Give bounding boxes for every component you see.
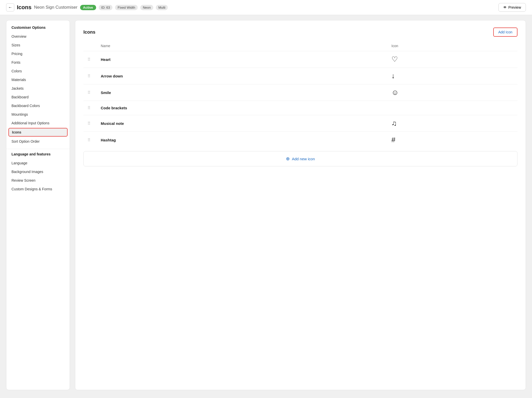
badge-id: ID: 63 [99,5,113,10]
header: ← Icons Neon Sign Customiser Active ID: … [0,0,532,15]
table-row: ⠿ Musical note ♫ [83,115,517,132]
sidebar-item-icons[interactable]: Icons [8,128,68,137]
sidebar-item-mountings[interactable]: Mountings [6,110,70,119]
sidebar-item-backboard[interactable]: Backboard [6,93,70,101]
sidebar-item-sort-option-order[interactable]: Sort Option Order [6,137,70,146]
preview-label: Preview [508,5,521,9]
sidebar: Customiser Options Overview Sizes Pricin… [6,20,70,390]
badge-fixed-width: Fixed Width [115,5,138,10]
icon-symbol-cell: ☺ [391,88,399,96]
sidebar-item-custom-designs[interactable]: Custom Designs & Forms [6,185,70,193]
back-icon: ← [8,5,12,10]
plus-circle-icon: ⊕ [286,156,290,162]
icon-symbol-cell: ↓ [391,72,395,80]
table-row: ⠿ Smile ☺ [83,84,517,101]
icons-table: Name Icon ⠿ Heart ♡ ⠿ Arrow down [83,42,517,148]
sidebar-item-background-images[interactable]: Background Images [6,167,70,176]
icon-name-cell: Smile [101,90,111,95]
badge-neon: Neon [140,5,153,10]
header-left: ← Icons Neon Sign Customiser Active ID: … [6,3,168,11]
icon-name-cell: Hashtag [101,138,116,142]
badge-multi: Multi [156,5,168,10]
sidebar-item-sizes[interactable]: Sizes [6,41,70,49]
icon-name-cell: Code brackets [101,106,127,110]
sidebar-item-language[interactable]: Language [6,159,70,167]
icon-symbol-cell: # [391,136,396,144]
sidebar-divider [6,149,70,149]
table-row: ⠿ Arrow down ↓ [83,68,517,84]
table-row: ⠿ Hashtag # [83,132,517,148]
sidebar-item-pricing[interactable]: Pricing [6,49,70,58]
preview-icon: 👁 [503,5,507,9]
sidebar-section1-title: Customiser Options [6,25,70,32]
sidebar-item-materials[interactable]: Materials [6,75,70,84]
sidebar-section2-title: Language and features [6,152,70,159]
icon-name-cell: Arrow down [101,74,123,78]
preview-button[interactable]: 👁 Preview [498,3,526,12]
badge-active: Active [80,5,96,10]
drag-handle-icon[interactable]: ⠿ [87,57,91,62]
content-panel: Icons Add Icon Name Icon ⠿ Heart ♡ [75,20,526,390]
drag-handle-icon[interactable]: ⠿ [87,138,91,142]
main-layout: Customiser Options Overview Sizes Pricin… [0,15,532,395]
column-icon-header: Icon [387,42,517,51]
sidebar-item-fonts[interactable]: Fonts [6,58,70,67]
icon-name-cell: Musical note [101,121,124,126]
page-title: Icons [17,4,31,11]
page-subtitle: Neon Sign Customiser [34,5,77,10]
add-icon-button[interactable]: Add Icon [493,28,517,37]
table-row: ⠿ Code brackets [83,101,517,115]
back-button[interactable]: ← [6,3,14,11]
drag-handle-icon[interactable]: ⠿ [87,74,91,78]
content-title: Icons [83,30,95,35]
sidebar-item-jackets[interactable]: Jackets [6,84,70,93]
column-name-header: Name [97,42,387,51]
add-new-label: Add new icon [292,157,315,161]
table-row: ⠿ Heart ♡ [83,51,517,68]
drag-handle-icon[interactable]: ⠿ [87,121,91,126]
sidebar-item-additional-input-options[interactable]: Additional Input Options [6,119,70,127]
icon-symbol-cell: ♡ [391,55,398,63]
sidebar-item-review-screen[interactable]: Review Screen [6,176,70,185]
sidebar-item-overview[interactable]: Overview [6,32,70,41]
sidebar-item-backboard-colors[interactable]: Backboard Colors [6,101,70,110]
sidebar-item-colors[interactable]: Colors [6,67,70,75]
icon-symbol-cell: ♫ [391,119,397,127]
icon-name-cell: Heart [101,57,110,62]
content-header: Icons Add Icon [83,28,517,37]
drag-handle-icon[interactable]: ⠿ [87,106,91,110]
drag-handle-icon[interactable]: ⠿ [87,90,91,95]
add-new-icon-row[interactable]: ⊕ Add new icon [83,151,517,166]
column-drag [83,42,97,51]
